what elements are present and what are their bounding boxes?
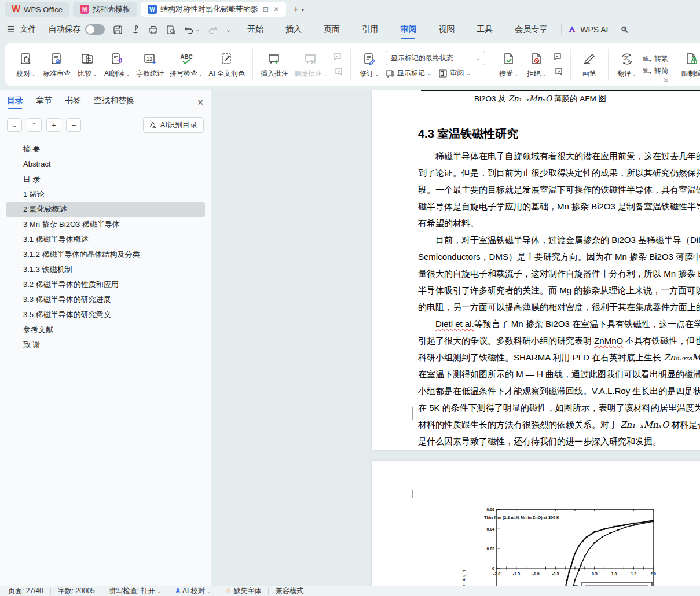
- compare-button[interactable]: 比较⌄: [74, 47, 101, 82]
- redo-icon[interactable]: [208, 25, 218, 34]
- tab-chapters[interactable]: 章节: [36, 95, 52, 109]
- file-menu[interactable]: 文件: [20, 24, 36, 35]
- translate-button[interactable]: 文 A 翻译⌄: [613, 47, 641, 82]
- mh-curve-figure[interactable]: 00.020.040.06-2.0-1.5-1.0-0.50.51.01.52.…: [459, 503, 659, 586]
- outline-item[interactable]: 3.1.3 铁磁机制: [0, 262, 205, 277]
- ai-detect-outline-button[interactable]: AI识别目录: [143, 117, 204, 133]
- outline-item[interactable]: 3.1 稀磁半导体概述: [0, 232, 205, 247]
- margin-corner-mark: [412, 490, 413, 498]
- previous-revision-icon[interactable]: [553, 52, 563, 62]
- tab-docer-templates[interactable]: M 找稻壳模板: [73, 2, 137, 17]
- outline-item[interactable]: 目 录: [0, 172, 205, 187]
- proofing-group: 校对⌄ 标准审查 比较⌄: [9, 47, 251, 83]
- document-page-28[interactable]: 00.020.040.06-2.0-1.5-1.0-0.50.51.01.52.…: [372, 461, 700, 586]
- document-page-27[interactable]: Bi2O3 及 Zn₁₋ₓMnₓO 薄膜的 AFM 图 4.3 室温铁磁性研究 …: [372, 90, 700, 450]
- next-comment-icon[interactable]: [333, 67, 343, 78]
- previous-comment-icon[interactable]: [333, 52, 343, 62]
- tab-wps-home[interactable]: W WPS Office: [5, 2, 69, 17]
- accept-revision-icon: [502, 50, 516, 68]
- proofread-button[interactable]: 校对⌄: [12, 47, 40, 82]
- menu-tab-页面[interactable]: 页面: [322, 22, 341, 37]
- text-segment: 引起了很大的争议。多数科研小组的研究表明: [418, 336, 594, 345]
- close-tab-icon[interactable]: ✕: [273, 5, 279, 13]
- restrict-editing-button[interactable]: 限制编: [678, 47, 700, 82]
- compatibility-mode-indicator[interactable]: 兼容模式: [276, 586, 303, 596]
- tab-document[interactable]: W 结构对称性对氧化铋能带的影 ⊡ ✕: [141, 2, 286, 17]
- spellcheck-status[interactable]: 拼写检查: 打开⌄: [109, 586, 161, 596]
- outline-item[interactable]: Abstract: [0, 157, 205, 172]
- insert-comment-button[interactable]: 插入批注: [258, 47, 291, 82]
- qat-customize-chevron-icon[interactable]: ⌄: [226, 26, 231, 34]
- page-indicator[interactable]: 页面: 27/40: [8, 586, 43, 596]
- outline-item[interactable]: 致 谢: [0, 337, 205, 352]
- ai-polish-button[interactable]: AI 全文润色: [206, 47, 248, 82]
- accept-button[interactable]: 接受⌄: [495, 47, 523, 82]
- document-text-line: 到了论证。但是，到目前为止很少取得决定性的成果，所以其研究仍然保持在初: [418, 164, 700, 181]
- ink-brush-button[interactable]: 画笔: [576, 47, 603, 82]
- reject-button[interactable]: 拒绝⌄: [523, 47, 551, 82]
- outline-item[interactable]: 3.5 稀磁半导体的研究意义: [0, 307, 205, 322]
- tab-outline[interactable]: 目录: [7, 95, 23, 109]
- wps-ai-button[interactable]: WPS AI: [567, 25, 608, 34]
- show-markup-button[interactable]: 显示标记⌄: [386, 68, 432, 78]
- spell-check-button[interactable]: ABC 拼写检查⌄: [167, 47, 206, 82]
- autosave-toggle[interactable]: [85, 24, 105, 35]
- document-text-line: 材料的性质跟生长的方法有很强烈的依赖关系。对于 Zn₁₋ₓMnₓO 材料是否具有…: [418, 416, 700, 433]
- language-group: 文 A 翻译⌄ 简 转繁 繁 转简: [610, 47, 672, 83]
- next-revision-icon[interactable]: [553, 67, 563, 78]
- tab-list-chevron-icon[interactable]: ▾: [301, 6, 304, 13]
- print-preview-icon[interactable]: [166, 25, 176, 35]
- outline-item[interactable]: 3.3 稀磁半导体的研究进展: [0, 292, 205, 307]
- expand-down-button[interactable]: ⌄: [7, 118, 22, 132]
- track-changes-button[interactable]: 修订⌄: [356, 47, 383, 82]
- collapse-up-button[interactable]: ⌃: [27, 118, 42, 132]
- mh-curve-chart: 00.020.040.06-2.0-1.5-1.0-0.50.51.01.52.…: [459, 503, 659, 586]
- markup-state-dropdown[interactable]: 显示标记的最终状态⌄: [386, 51, 485, 65]
- navigation-sidebar: 目录 章节 书签 查找和替换 ✕ ⌄ ⌃ + − AI识别目录 摘 要Abstr…: [0, 90, 211, 586]
- review-pane-button[interactable]: 审阅⌄: [438, 68, 471, 78]
- dialog-launcher-icon[interactable]: ⇲: [663, 76, 668, 83]
- to-simplified-button[interactable]: 繁 转简: [642, 66, 668, 76]
- outline-item[interactable]: 1 绪论: [0, 187, 205, 202]
- menu-tab-开始[interactable]: 开始: [246, 22, 265, 37]
- print-icon[interactable]: [148, 25, 158, 35]
- text-segment: 的电阻，另一方面可以提高薄膜的相对密度，很利于其在集成器件方面上的应用: [418, 302, 700, 312]
- new-tab-icon[interactable]: +: [293, 3, 299, 15]
- menu-tab-会员专享[interactable]: 会员专享: [514, 22, 548, 37]
- outline-item[interactable]: 参考文献: [0, 322, 205, 337]
- close-sidebar-icon[interactable]: ✕: [197, 98, 204, 107]
- wps-logo-icon: W: [12, 4, 20, 14]
- collapse-all-button[interactable]: −: [66, 118, 81, 132]
- search-icon[interactable]: 🔍︎: [620, 25, 629, 35]
- outline-item[interactable]: 3.2 稀磁半导体的性质和应用: [0, 277, 205, 292]
- tab-find-replace[interactable]: 查找和替换: [94, 95, 134, 109]
- menu-tab-视图[interactable]: 视图: [437, 22, 456, 37]
- to-traditional-button[interactable]: 简 转繁: [642, 54, 668, 64]
- divider: [42, 24, 42, 35]
- export-pdf-icon[interactable]: [131, 25, 140, 35]
- outline-item[interactable]: 2 氧化铋概述: [6, 202, 205, 217]
- expand-all-button[interactable]: +: [46, 118, 61, 132]
- ai-read-aloud-button[interactable]: AI朗读⌄: [101, 47, 133, 82]
- outline-item[interactable]: 摘 要: [0, 142, 205, 157]
- menu-tab-引用[interactable]: 引用: [361, 22, 379, 37]
- delete-comment-button[interactable]: 删除批注⌄: [291, 47, 331, 82]
- divider: [50, 588, 51, 595]
- word-count-button[interactable]: 12 字数统计: [133, 47, 167, 82]
- outline-item[interactable]: 3.1.2 稀磁半导体的晶体结构及分类: [0, 247, 205, 262]
- outline-item[interactable]: 3 Mn 掺杂 Bi2O3 稀磁半导体: [0, 217, 205, 232]
- tab-bookmarks[interactable]: 书签: [65, 95, 81, 109]
- menu-tab-插入[interactable]: 插入: [284, 22, 303, 37]
- missing-font-warning[interactable]: ⚠缺失字体: [225, 586, 261, 596]
- standard-review-button[interactable]: 标准审查: [40, 47, 74, 82]
- document-workspace[interactable]: Bi2O3 及 Zn₁₋ₓMnₓO 薄膜的 AFM 图 4.3 室温铁磁性研究 …: [212, 90, 700, 586]
- word-count-indicator[interactable]: 字数: 20005: [58, 586, 95, 596]
- menu-tab-工具[interactable]: 工具: [475, 22, 494, 37]
- menu-tab-审阅[interactable]: 审阅: [399, 22, 417, 37]
- save-icon[interactable]: [113, 25, 123, 35]
- tab-document-label: 结构对称性对氧化铋能带的影: [160, 4, 258, 14]
- svg-text:2.0: 2.0: [650, 572, 656, 576]
- popout-window-icon[interactable]: ⊡: [263, 5, 269, 13]
- ai-proofread-status[interactable]: A̲AI 校对⌄: [175, 586, 211, 596]
- undo-icon[interactable]: ⌄: [184, 25, 200, 34]
